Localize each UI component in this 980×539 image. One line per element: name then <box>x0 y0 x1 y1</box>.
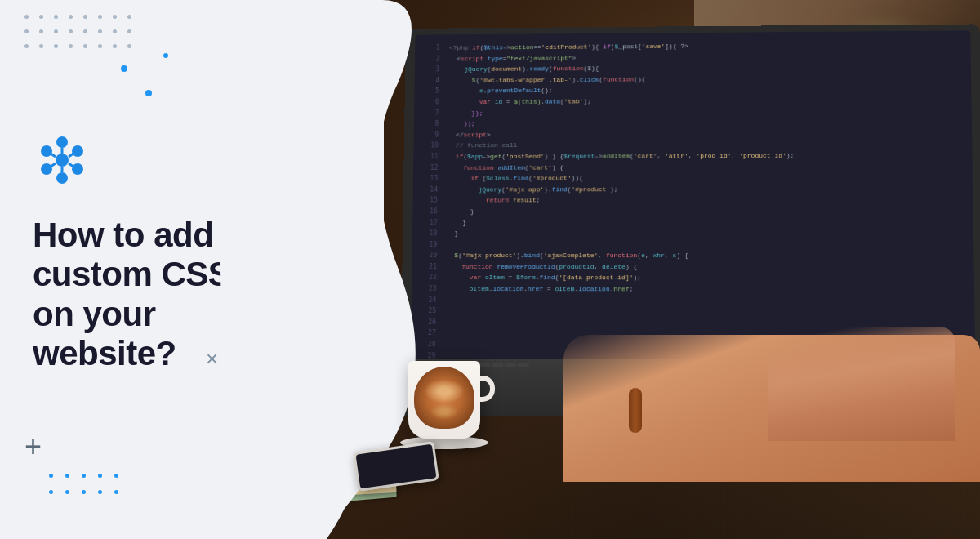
dots-grid-bottom <box>49 474 122 498</box>
dot <box>83 44 87 48</box>
dot <box>24 29 29 33</box>
dot <box>83 29 87 33</box>
dot <box>113 29 117 33</box>
svg-line-9 <box>51 154 56 157</box>
dot-blue <box>49 490 53 494</box>
coffee-cup <box>408 361 480 439</box>
typing-hands <box>564 302 980 482</box>
scatter-dot-blue-1 <box>121 65 127 72</box>
dot-blue <box>82 490 86 494</box>
dot <box>69 44 73 48</box>
plus-decoration-bottom: + <box>24 432 42 461</box>
svg-point-5 <box>41 163 52 175</box>
dot <box>54 15 58 19</box>
dot <box>113 44 117 48</box>
svg-point-2 <box>56 172 68 184</box>
dot <box>113 15 117 19</box>
dot <box>83 15 87 19</box>
x-decoration: × <box>206 346 218 372</box>
dot <box>127 29 131 33</box>
dot <box>24 44 29 48</box>
dot-blue <box>114 490 118 494</box>
heading-line4: website? <box>33 334 176 372</box>
logo-svg <box>33 131 91 189</box>
dot <box>39 44 43 48</box>
dot <box>69 29 73 33</box>
dot <box>98 15 102 19</box>
dot <box>98 29 102 33</box>
heading-line3: on your <box>33 295 156 333</box>
dot-blue <box>65 474 69 478</box>
scatter-dot-blue-3 <box>163 53 168 58</box>
dot <box>69 15 73 19</box>
svg-point-1 <box>56 136 68 148</box>
dot-blue <box>82 474 86 478</box>
dot <box>24 15 29 19</box>
right-panel-photo: 1234567891011121314151617181920212223242… <box>318 0 980 539</box>
dot-blue <box>98 490 102 494</box>
svg-point-3 <box>41 145 52 157</box>
dot-blue <box>98 474 102 478</box>
phone-screen <box>356 444 437 489</box>
dot <box>54 44 58 48</box>
svg-line-12 <box>69 163 74 167</box>
svg-point-6 <box>72 163 83 175</box>
scatter-dot-blue-2 <box>145 90 152 96</box>
svg-point-4 <box>72 145 83 157</box>
dots-grid-top <box>24 15 136 52</box>
dot <box>127 44 131 48</box>
page-container: + <box>0 0 980 539</box>
dot-blue <box>114 474 118 478</box>
svg-line-10 <box>69 154 74 157</box>
svg-line-11 <box>51 163 56 167</box>
latte-art <box>414 367 474 429</box>
dot <box>98 44 102 48</box>
dot <box>127 15 131 19</box>
dot <box>39 29 43 33</box>
dot-blue <box>49 474 53 478</box>
dot-blue <box>65 490 69 494</box>
heading-line1: How to add <box>33 216 213 254</box>
coffee-cup-area <box>408 361 488 449</box>
dot <box>54 29 58 33</box>
heading-line2: custom CSS <box>33 255 230 293</box>
dot <box>39 15 43 19</box>
svg-point-0 <box>56 154 69 167</box>
